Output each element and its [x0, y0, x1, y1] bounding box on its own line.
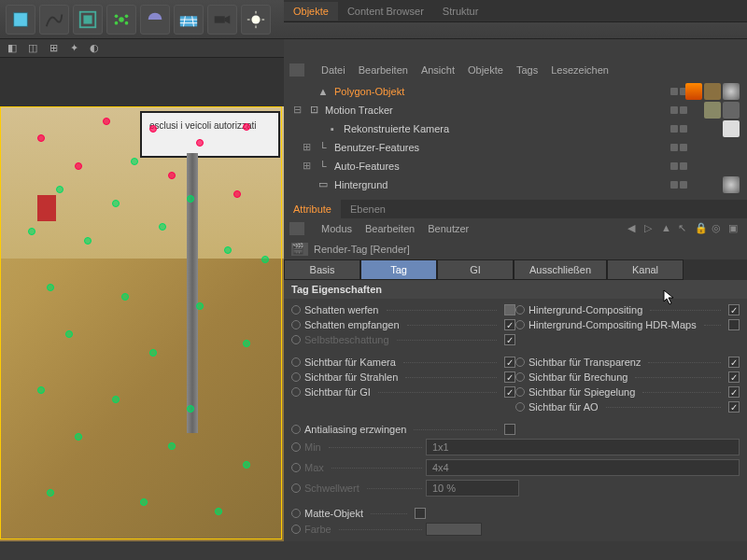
tool-boole-icon[interactable] [140, 5, 170, 35]
tab-objekte[interactable]: Objekte [284, 2, 338, 21]
tag-icon[interactable] [685, 83, 702, 100]
menu-icon[interactable] [289, 63, 304, 77]
radio-icon[interactable] [291, 442, 301, 452]
tab-basis[interactable]: Basis [284, 259, 360, 280]
tab-kanal[interactable]: Kanal [607, 259, 684, 280]
view-icon[interactable]: ◐ [88, 42, 101, 55]
lock-icon[interactable]: 🔒 [695, 222, 708, 235]
hierarchy-item[interactable]: ⊞ └ Auto-Features [284, 157, 747, 175]
expand-icon[interactable]: ⊞ [301, 160, 312, 172]
checkbox[interactable] [728, 401, 740, 413]
radio-icon[interactable] [291, 357, 301, 367]
menu-modus[interactable]: Modus [321, 223, 352, 234]
radio-icon[interactable] [515, 320, 525, 329]
radio-icon[interactable] [515, 357, 525, 367]
menu-bearbeiten[interactable]: Bearbeiten [359, 64, 408, 76]
checkbox[interactable] [504, 386, 515, 398]
radio-icon[interactable] [515, 305, 525, 315]
tool-camera-icon[interactable] [207, 5, 237, 35]
radio-icon[interactable] [291, 483, 301, 493]
tab-tag[interactable]: Tag [360, 259, 437, 280]
min-select[interactable]: 1x1 [426, 439, 740, 455]
hierarchy-item[interactable]: ▲ Polygon-Objekt [284, 82, 747, 101]
nav-fwd-icon[interactable]: ▷ [644, 222, 657, 235]
radio-icon[interactable] [291, 509, 301, 518]
menu-benutzer[interactable]: Benutzer [428, 223, 469, 234]
hierarchy-label[interactable]: Rekonstruierte Kamera [344, 123, 449, 134]
tab-struktur[interactable]: Struktur [433, 2, 488, 21]
menu-datei[interactable]: Datei [321, 64, 345, 76]
menu-lesezeichen[interactable]: Lesezeichen [551, 64, 609, 76]
radio-icon[interactable] [291, 425, 301, 434]
radio-icon[interactable] [515, 387, 525, 397]
expand-icon[interactable]: ⊟ [291, 104, 303, 116]
menu-objekte[interactable]: Objekte [468, 64, 503, 76]
checkbox[interactable] [728, 386, 740, 398]
hierarchy-label[interactable]: Hintergrund [334, 179, 388, 190]
hierarchy-label[interactable]: Benutzer-Features [334, 142, 419, 153]
checkbox[interactable] [504, 334, 515, 345]
tag-icon[interactable] [723, 176, 740, 193]
hierarchy-label[interactable]: Auto-Features [334, 161, 400, 172]
view-icon[interactable]: ⊞ [47, 42, 60, 55]
tag-icon[interactable] [704, 83, 721, 100]
tab-gi[interactable]: GI [437, 259, 514, 280]
nav-up-icon[interactable]: ▲ [661, 222, 674, 235]
viewport-content[interactable]: esclusi i veicoli autorizzati [0, 106, 284, 541]
radio-icon[interactable] [291, 525, 301, 534]
hierarchy-item[interactable]: ▭ Hintergrund [284, 175, 747, 194]
view-icon[interactable]: ✦ [67, 42, 80, 55]
checkbox[interactable] [504, 319, 515, 330]
checkbox[interactable] [504, 357, 515, 368]
color-swatch[interactable] [426, 523, 482, 536]
radio-icon[interactable] [291, 305, 301, 315]
radio-icon[interactable] [291, 320, 301, 329]
checkbox[interactable] [728, 357, 740, 368]
checkbox[interactable] [728, 319, 740, 330]
tool-cloner-icon[interactable] [106, 5, 136, 35]
tag-icon[interactable] [704, 102, 721, 119]
hierarchy-item[interactable]: ▪ Rekonstruierte Kamera [284, 119, 747, 138]
radio-icon[interactable] [515, 372, 525, 382]
checkbox[interactable] [504, 304, 515, 315]
view-icon[interactable]: ◧ [6, 42, 19, 55]
max-select[interactable]: 4x4 [426, 459, 740, 476]
radio-icon[interactable] [291, 372, 301, 382]
tool-light-icon[interactable] [241, 5, 271, 35]
menu-bearbeiten[interactable]: Bearbeiten [365, 223, 415, 234]
tag-icon[interactable] [723, 102, 740, 119]
tab-content-browser[interactable]: Content Browser [338, 2, 433, 21]
hierarchy-label[interactable]: Polygon-Objekt [334, 86, 404, 97]
tag-icon[interactable] [723, 120, 740, 137]
tab-attribute[interactable]: Attribute [284, 200, 341, 218]
hierarchy-label[interactable]: Motion Tracker [325, 105, 393, 116]
radio-icon[interactable] [515, 402, 525, 412]
radio-icon[interactable] [291, 463, 301, 472]
viewport[interactable]: ◧ ◫ ⊞ ✦ ◐ esclusi i veicoli autorizzati [0, 39, 284, 541]
tool-floor-icon[interactable] [174, 5, 204, 35]
view-icon[interactable]: ◫ [26, 42, 39, 55]
target-icon[interactable]: ◎ [712, 222, 725, 235]
menu-ansicht[interactable]: Ansicht [421, 64, 455, 76]
expand-icon[interactable]: ⊞ [301, 141, 312, 153]
checkbox[interactable] [415, 508, 426, 519]
tab-ebenen[interactable]: Ebenen [341, 200, 395, 218]
max-icon[interactable]: ▣ [728, 222, 741, 235]
checkbox[interactable] [728, 304, 740, 315]
threshold-input[interactable]: 10 % [426, 480, 519, 497]
radio-icon[interactable] [291, 335, 301, 344]
checkbox[interactable] [728, 371, 740, 383]
tool-array-icon[interactable] [73, 5, 103, 35]
nav-back-icon[interactable]: ◀ [627, 222, 641, 235]
menu-icon[interactable] [289, 222, 304, 235]
tool-cube-icon[interactable] [6, 5, 35, 35]
checkbox[interactable] [504, 371, 515, 383]
hierarchy-item[interactable]: ⊟ ⊡ Motion Tracker [284, 101, 747, 119]
tag-icon[interactable] [723, 83, 740, 100]
menu-tags[interactable]: Tags [516, 64, 538, 76]
tab-ausschliessen[interactable]: Ausschließen [514, 259, 607, 280]
nav-search-icon[interactable]: ↖ [678, 222, 691, 235]
tool-spline-icon[interactable] [39, 5, 69, 35]
hierarchy-item[interactable]: ⊞ └ Benutzer-Features [284, 138, 747, 157]
radio-icon[interactable] [291, 387, 301, 397]
